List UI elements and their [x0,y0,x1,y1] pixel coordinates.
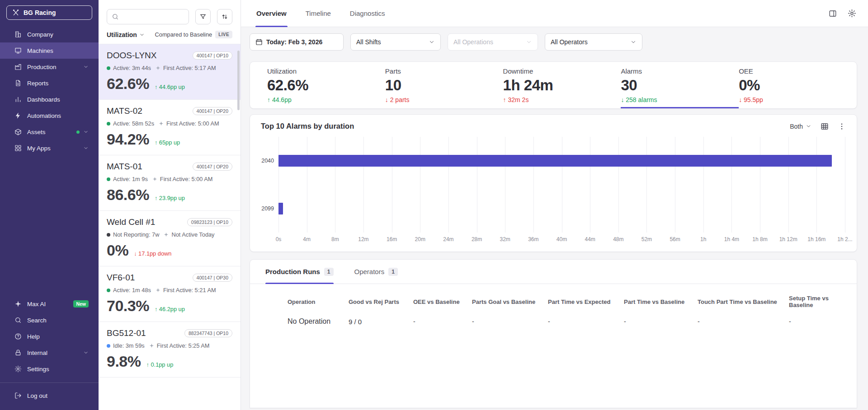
machine-card-mats-02[interactable]: MATS-02400147 | OP20Active: 58m 52sFirst… [99,100,241,155]
first-active-icon [156,288,160,293]
bottom-tabs: Production Runs1Operators1 [250,260,857,284]
sidebar-item-my-apps[interactable]: My Apps [0,140,99,156]
sidebar-item-label: Help [27,333,40,340]
kpi-parts[interactable]: Parts10↓ 2 parts [385,62,503,108]
sidebar-item-company[interactable]: Company [0,26,99,42]
machine-cards: DOOS-LYNX400147 | OP10Active: 3m 44sFirs… [99,44,241,377]
tab-production-runs[interactable]: Production Runs1 [265,260,334,284]
tab-diagnostics[interactable]: Diagnostics [349,0,386,27]
sidebar-item-production[interactable]: Production [0,59,99,75]
sidebar-item-reports[interactable]: Reports [0,75,99,91]
machine-card-mats-01[interactable]: MATS-01400147 | OP20Active: 1m 9sFirst A… [99,155,241,211]
kpi-change: ↓ 258 alarms [621,96,739,103]
machine-list-subheader: Utilization Compared to Baseline LIVE [99,31,241,44]
sidebar-item-help[interactable]: Help [0,328,99,345]
settings-button[interactable] [848,9,856,18]
chart-axis-spacer [250,236,278,243]
chart-menu-button[interactable] [838,122,846,130]
sidebar-item-search[interactable]: Search [0,312,99,328]
production-icon [14,63,22,70]
org-switcher[interactable]: BG Racing [6,5,92,20]
kpi-downtime[interactable]: Downtime1h 24m↑ 32m 2s [503,62,621,108]
machine-card-vf6-01[interactable]: VF6-01400147 | OP30Active: 1m 48sFirst A… [99,266,241,322]
alarm-duration-bar[interactable] [278,155,832,167]
machine-status-row: Active: 3m 44sFirst Active: 5:17 AM [107,65,232,71]
machine-utilization-value: 0% [107,242,128,259]
machine-card-bg512-01[interactable]: BG512-01882347743 | OP10Idle: 3m 59sFirs… [99,322,241,377]
sidebar-item-label: Company [27,31,53,38]
machine-first-active: First Active: 5:00 AM [166,120,219,127]
machine-status-text: Active: 58m 52s [113,120,154,127]
machine-status-dot [107,344,110,348]
shifts-filter-value: All Shifts [356,38,381,46]
machine-utilization-value: 62.6% [107,75,149,93]
x-axis-tick-label: 48m [613,236,623,242]
chart-bar-row [278,185,845,233]
shifts-filter[interactable]: All Shifts [350,33,441,51]
machine-card-weld-cell-1[interactable]: Weld Cell #109823123 | OP10Not Reporting… [99,211,241,266]
filter-button[interactable] [195,9,211,24]
table-view-button[interactable] [821,122,829,130]
machine-list-panel: Utilization Compared to Baseline LIVE DO… [99,0,241,410]
kpi-alarms[interactable]: Alarms30↓ 258 alarms [621,62,739,108]
sidebar-item-dashboards[interactable]: Dashboards [0,91,99,107]
tab-overview[interactable]: Overview [255,0,288,27]
tab-count-badge: 1 [388,268,398,276]
machine-list-scrollbar[interactable] [237,51,240,110]
utilization-sort-dropdown[interactable]: Utilization [107,31,145,38]
tab-operators[interactable]: Operators1 [354,260,398,284]
machine-first-active: First Active: 5:25 AM [157,342,210,349]
kpi-oee[interactable]: OEE0%↓ 95.5pp [739,62,857,108]
machine-id-badge: 400147 | OP10 [193,51,232,60]
gear-icon [848,9,856,18]
machine-name: MATS-01 [107,162,142,172]
machine-card-doos-lynx[interactable]: DOOS-LYNX400147 | OP10Active: 3m 44sFirs… [99,44,241,100]
sidebar-item-extras: New [73,300,89,308]
alarm-duration-bar[interactable] [278,203,283,214]
tab-label: Operators [354,268,385,275]
sidebar-item-extras [76,129,89,135]
sidebar-item-machines[interactable]: Machines [0,42,99,59]
machine-utilization-row: 86.6%↑ 23.9pp up [107,186,232,204]
chart-x-ticks: 0s4m8m12m16m20m24m28m32m36m40m44m48m52m5… [278,236,845,243]
kpi-label: Downtime [503,67,621,75]
machine-search[interactable] [107,9,189,24]
x-axis-tick-label: 1h [700,236,706,242]
machine-search-input[interactable] [123,14,184,20]
x-axis-tick-label: 40m [557,236,567,242]
table-header-cell: Good vs Rej Parts [349,298,413,305]
kpi-utilization[interactable]: Utilization62.6%↑ 44.6pp [267,62,385,108]
sidebar-item-label: My Apps [27,145,51,152]
sidebar-item-max-ai[interactable]: Max AINew [0,296,99,312]
operators-filter[interactable]: All Operators [545,33,642,51]
machine-utilization-value: 94.2% [107,130,149,148]
sidebar-item-internal[interactable]: Internal [0,345,99,361]
machine-id-badge: 400147 | OP20 [193,107,232,115]
chart-scope-dropdown[interactable]: Both [790,123,811,130]
sidebar-item-settings[interactable]: Settings [0,361,99,377]
sidebar-item-assets[interactable]: Assets [0,124,99,140]
logout-label: Log out [27,392,47,399]
table-grid-icon [821,122,829,130]
sidebar-item-label: Settings [27,366,49,373]
machine-first-active: First Active: 5:00 AM [160,176,213,182]
tab-timeline[interactable]: Timeline [305,0,332,27]
main-area: OverviewTimelineDiagnostics Today: Feb 3… [241,0,868,410]
logout-button[interactable]: Log out [0,387,99,404]
panel-toggle-button[interactable] [829,9,837,18]
machine-name: DOOS-LYNX [107,51,157,61]
machine-first-active: First Active: 5:21 AM [163,287,216,294]
date-filter[interactable]: Today: Feb 3, 2026 [250,33,344,51]
kpi-value: 0% [739,77,857,94]
chart-scope-value: Both [790,123,803,130]
sort-button[interactable] [217,9,232,24]
search-icon [14,317,22,324]
sidebar-item-label: Internal [27,349,47,356]
dashboards-icon [14,96,22,103]
machine-status-text: Not Reporting: 7w [113,231,159,238]
tab-label: Diagnostics [350,9,385,17]
table-row[interactable]: No Operation9 / 0------ [288,317,846,326]
alarm-code-label: 2099 [250,185,278,233]
chart-y-axis-labels: 20402099 [250,137,278,233]
sidebar-item-automations[interactable]: Automations [0,107,99,124]
